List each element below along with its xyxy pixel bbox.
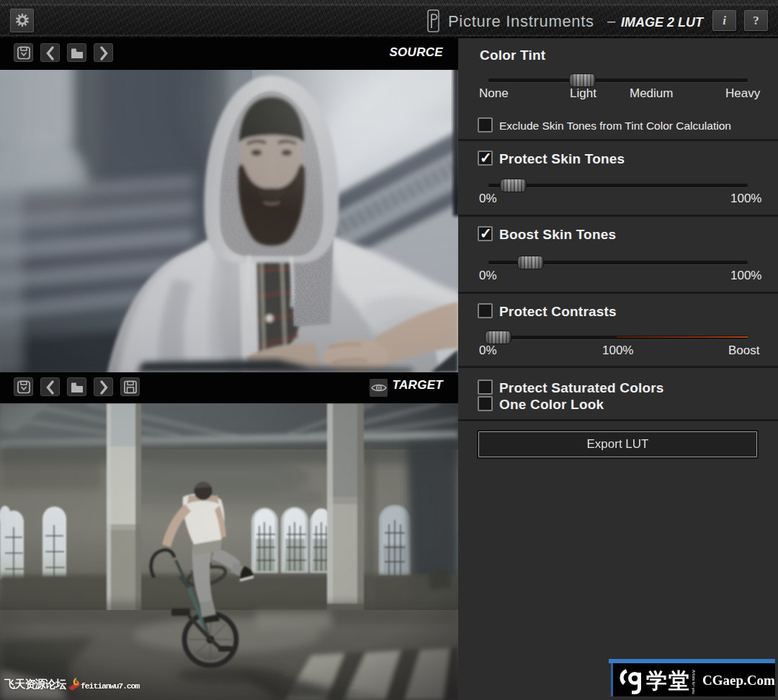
svg-text:CGaep.Com: CGaep.Com xyxy=(702,673,775,688)
svg-text:学堂: 学堂 xyxy=(646,669,691,692)
svg-text:Artists for you: Artists for you xyxy=(692,670,696,694)
